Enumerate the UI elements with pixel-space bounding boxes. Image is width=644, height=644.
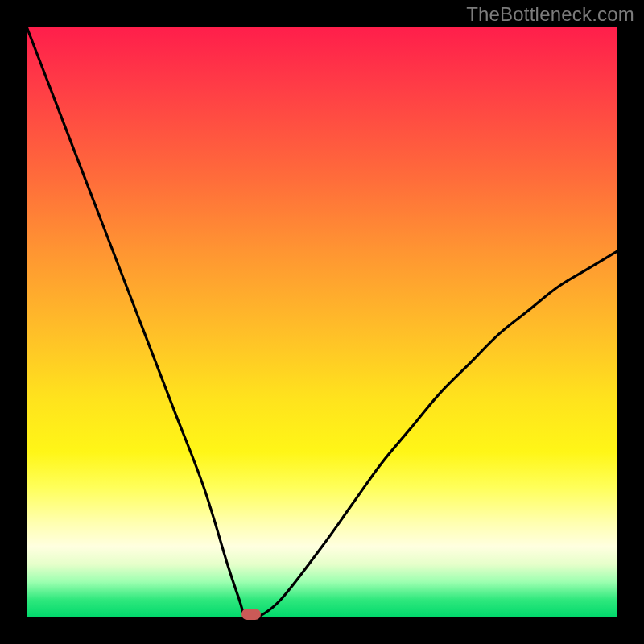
chart-frame: TheBottleneck.com [0, 0, 644, 644]
plot-area [27, 27, 617, 617]
minimum-marker [242, 609, 261, 620]
bottleneck-curve [27, 27, 617, 617]
watermark-text: TheBottleneck.com [466, 3, 634, 26]
